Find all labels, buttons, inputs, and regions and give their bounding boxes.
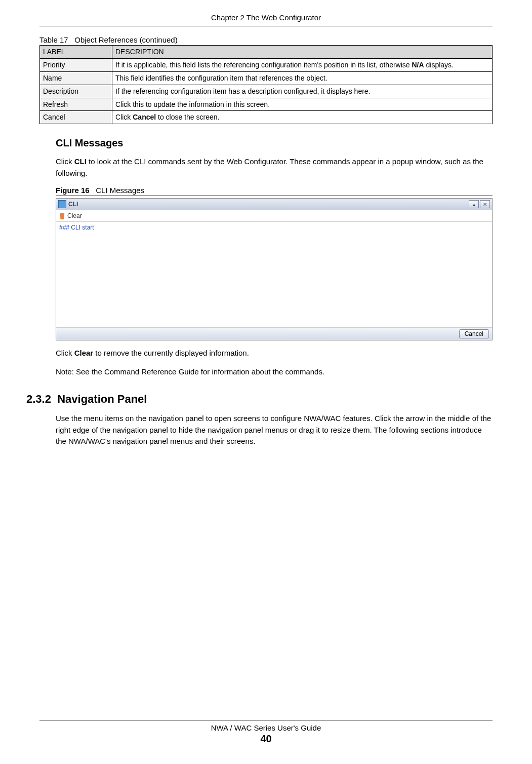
cell-label: Cancel [40, 111, 112, 124]
th-label: LABEL [40, 46, 112, 59]
footer-page-number: 40 [0, 733, 532, 745]
nav-section-paragraph: Use the menu items on the navigation pan… [56, 413, 493, 447]
footer-rule [39, 720, 493, 720]
table-row: Priority If it is applicable, this field… [40, 58, 493, 71]
chapter-title: Chapter 2 The Web Configurator [211, 13, 321, 22]
cell-description: Click this to update the information in … [112, 98, 493, 111]
cli-note: Note: See the Command Reference Guide fo… [56, 366, 493, 378]
cli-after-paragraph: Click Clear to remove the currently disp… [56, 348, 493, 359]
cli-window-title: CLI [68, 201, 78, 208]
cli-clear-button[interactable]: Clear [56, 210, 492, 222]
trash-icon [59, 212, 65, 219]
clear-label: Clear [67, 212, 82, 219]
cell-description: This field identifies the configuration … [112, 71, 493, 85]
cli-titlebar: CLI ▴ ✕ [56, 199, 492, 210]
cell-description: If it is applicable, this field lists th… [112, 58, 493, 71]
cli-messages-heading: CLI Messages [56, 137, 493, 149]
table-caption: Table 17 Object References (continued) [39, 35, 493, 44]
page-header: Chapter 2 The Web Configurator [0, 0, 532, 22]
cli-line: ### CLI start [59, 224, 94, 231]
cli-cancel-button[interactable]: Cancel [459, 329, 489, 338]
cli-title-icon [58, 200, 66, 208]
cli-window: CLI ▴ ✕ Clear ### CLI start Cancel [56, 198, 493, 340]
nav-section-heading: 2.3.2 Navigation Panel [26, 393, 493, 406]
table-row: Refresh Click this to update the informa… [40, 98, 493, 111]
object-references-table: LABEL DESCRIPTION Priority If it is appl… [39, 45, 493, 124]
footer-title: NWA / WAC Series User's Guide [0, 723, 532, 732]
cli-output: ### CLI start [56, 222, 492, 328]
table-header-row: LABEL DESCRIPTION [40, 46, 493, 59]
cell-description: If the referencing configuration item ha… [112, 85, 493, 98]
table-row: Cancel Click Cancel to close the screen. [40, 111, 493, 124]
cell-label: Priority [40, 58, 112, 71]
cli-intro-paragraph: Click CLI to look at the CLI commands se… [56, 156, 493, 179]
th-description: DESCRIPTION [112, 46, 493, 59]
page-footer: NWA / WAC Series User's Guide 40 [0, 720, 532, 745]
cell-label: Name [40, 71, 112, 85]
cell-label: Refresh [40, 98, 112, 111]
figure-caption: Figure 16 CLI Messages [56, 186, 493, 196]
cell-label: Description [40, 85, 112, 98]
table-row: Description If the referencing configura… [40, 85, 493, 98]
close-button[interactable]: ✕ [480, 200, 490, 208]
table-row: Name This field identifies the configura… [40, 71, 493, 85]
cli-statusbar: Cancel [56, 328, 492, 340]
collapse-button[interactable]: ▴ [469, 200, 479, 208]
cell-description: Click Cancel to close the screen. [112, 111, 493, 124]
